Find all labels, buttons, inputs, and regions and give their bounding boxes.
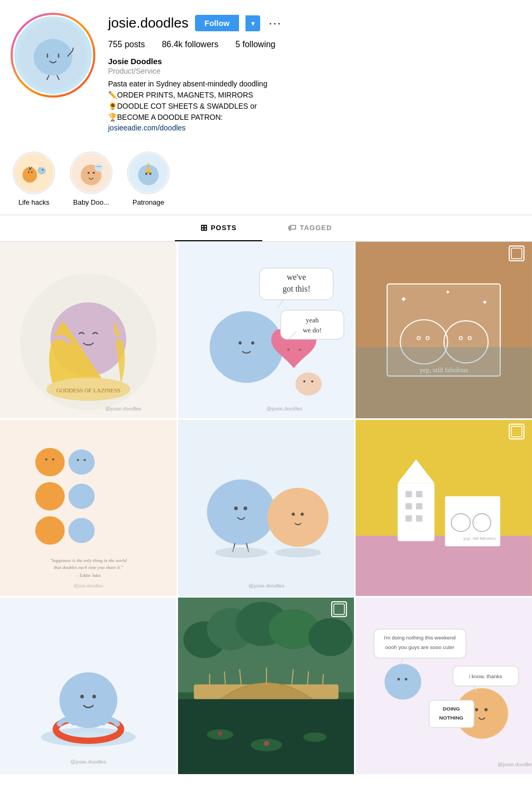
avatar (13, 15, 93, 95)
svg-point-117 (80, 695, 84, 699)
display-name: Josie Doodles (108, 57, 521, 66)
posts-label: posts (125, 40, 145, 49)
svg-point-75 (36, 482, 65, 511)
grid-post-7[interactable]: @josie.doodles (0, 598, 176, 774)
tabs-section: ⊞ POSTS 🏷 TAGGED (0, 215, 532, 242)
grid-post-1[interactable]: GODDESS OF LAZINESS @josie.doodles (0, 242, 176, 418)
svg-rect-104 (416, 515, 423, 521)
posts-tab-label: POSTS (211, 224, 237, 232)
profile-section: josie.doodles Follow ▾ ··· 755 posts 86.… (0, 0, 532, 143)
grid-post-8[interactable] (178, 598, 354, 774)
profile-info: josie.doodles Follow ▾ ··· 755 posts 86.… (108, 13, 521, 133)
svg-point-90 (291, 512, 295, 515)
following-count: 5 (235, 40, 240, 49)
svg-point-42 (303, 380, 305, 382)
svg-text:NOTHING: NOTHING (439, 715, 464, 721)
svg-point-71 (52, 458, 54, 460)
svg-text:that doubles each time you sha: that doubles each time you share it." (54, 565, 123, 570)
svg-text:i'm doing nothing this weekend: i'm doing nothing this weekend (384, 635, 456, 641)
highlight-life-hacks[interactable]: Life hacks (13, 152, 55, 206)
svg-text:i know, thanks: i know, thanks (469, 673, 502, 679)
svg-point-118 (92, 695, 96, 699)
svg-point-43 (311, 380, 313, 382)
svg-point-76 (68, 484, 95, 509)
svg-point-144 (385, 664, 422, 700)
svg-point-91 (300, 512, 304, 515)
svg-text:– Eddie Jaku: – Eddie Jaku (76, 573, 101, 578)
follow-dropdown-button[interactable]: ▾ (245, 15, 260, 31)
svg-text:oooh you guys are sooo cute!: oooh you guys are sooo cute! (385, 645, 454, 651)
posts-grid: GODDESS OF LAZINESS @josie.doodles (0, 242, 532, 774)
svg-point-19 (93, 172, 95, 174)
svg-point-85 (234, 506, 237, 510)
grid-post-9[interactable]: DOING NOTHING i'm doing nothing this wee… (356, 598, 532, 774)
tagged-tab-label: TAGGED (300, 224, 332, 232)
svg-point-70 (45, 458, 47, 460)
svg-line-134 (323, 674, 323, 685)
svg-text:@josie.doodles: @josie.doodles (266, 406, 302, 411)
grid-post-6[interactable]: yup, still fabulous (356, 420, 532, 597)
svg-rect-135 (178, 699, 354, 774)
grid-post-3[interactable]: ✦ ✦ ✦ yep, still fabulous (356, 242, 532, 418)
svg-rect-103 (406, 515, 412, 521)
svg-text:GODDESS OF LAZINESS: GODDESS OF LAZINESS (56, 387, 120, 393)
username: josie.doodles (108, 15, 189, 31)
svg-point-13 (31, 172, 33, 173)
svg-point-146 (405, 678, 407, 681)
more-options-button[interactable]: ··· (267, 16, 283, 30)
svg-point-140 (264, 741, 269, 746)
svg-point-38 (251, 341, 254, 345)
followers-stat[interactable]: 86.4k followers (162, 40, 218, 49)
followers-count: 86.4k (162, 40, 182, 49)
svg-rect-153 (374, 629, 466, 659)
svg-text:"happiness is the only thing i: "happiness is the only thing in the worl… (50, 558, 127, 563)
svg-point-84 (207, 479, 275, 545)
avatar-wrapper[interactable] (11, 13, 95, 98)
svg-text:DOING: DOING (443, 706, 460, 712)
svg-rect-100 (416, 491, 423, 497)
svg-text:@josie.doodles: @josie.doodles (105, 406, 141, 411)
svg-text:@josie.doodles: @josie.doodles (498, 761, 532, 767)
highlight-circle-baby-doo (70, 152, 112, 194)
highlight-baby-doo[interactable]: Baby Doo... (70, 152, 112, 206)
highlight-label-baby-doo: Baby Doo... (73, 198, 109, 206)
svg-text:✦: ✦ (401, 295, 407, 304)
svg-point-1 (34, 39, 73, 75)
svg-point-78 (68, 517, 95, 543)
svg-point-14 (38, 167, 46, 174)
svg-point-126 (308, 618, 352, 656)
svg-point-93 (274, 548, 321, 557)
svg-point-12 (28, 172, 30, 173)
svg-point-74 (84, 459, 86, 461)
grid-post-5[interactable]: @josie.doodles (178, 420, 354, 597)
svg-text:got this!: got this! (282, 284, 310, 294)
svg-text:we do!: we do! (303, 327, 321, 334)
grid-post-4[interactable]: "happiness is the only thing in the worl… (0, 420, 176, 597)
bio-link[interactable]: josieeadie.com/doodles (108, 124, 185, 132)
svg-rect-150 (429, 700, 474, 728)
category: Product/Service (108, 67, 521, 75)
highlight-label-patronage: Patronage (132, 198, 164, 206)
svg-point-138 (303, 733, 326, 742)
svg-point-37 (238, 341, 242, 345)
svg-point-86 (243, 506, 247, 510)
follow-button[interactable]: Follow (195, 15, 240, 31)
svg-point-73 (77, 459, 79, 461)
svg-point-77 (36, 516, 65, 545)
tab-tagged[interactable]: 🏷 TAGGED (262, 215, 358, 241)
following-stat[interactable]: 5 following (235, 40, 276, 49)
bio: Pasta eater in Sydney absent-mindedly do… (108, 78, 521, 123)
svg-point-40 (299, 348, 302, 351)
svg-point-36 (209, 311, 283, 383)
posts-stat[interactable]: 755 posts (108, 40, 145, 49)
svg-text:@josie.doodles: @josie.doodles (70, 759, 107, 765)
grid-post-2[interactable]: we've got this! yeah we do! @josie.doodl… (178, 242, 354, 418)
svg-text:yeah: yeah (306, 317, 319, 324)
svg-text:@josie.doodles: @josie.doodles (248, 582, 284, 588)
highlight-patronage[interactable]: Patronage (127, 152, 170, 206)
svg-point-69 (36, 448, 65, 476)
highlights-section: Life hacks Baby Doo... (0, 143, 532, 215)
tab-posts[interactable]: ⊞ POSTS (175, 215, 262, 241)
svg-text:yup, still fabulous: yup, still fabulous (464, 536, 496, 541)
svg-rect-96 (356, 536, 532, 596)
